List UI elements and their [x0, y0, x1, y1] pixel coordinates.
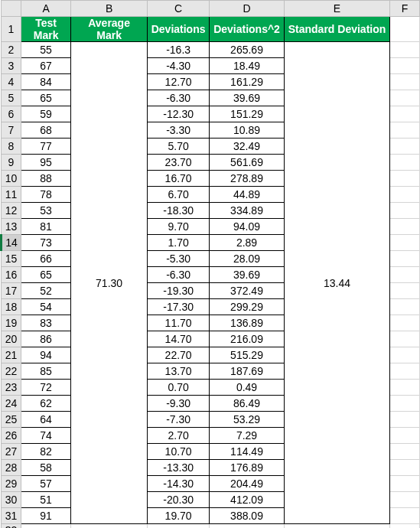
cell[interactable] [390, 17, 420, 42]
cell-deviation[interactable]: -16.3 [147, 42, 209, 58]
cell-deviation-sq[interactable]: 278.89 [210, 171, 285, 187]
cell-deviation[interactable]: -6.30 [147, 267, 209, 283]
row-header[interactable]: 31 [2, 508, 21, 524]
cell-test-mark[interactable]: 78 [21, 187, 71, 203]
cell-deviation-sq[interactable]: 86.49 [210, 396, 285, 412]
cell[interactable] [71, 524, 148, 529]
cell-test-mark[interactable]: 52 [21, 283, 71, 299]
row-header[interactable]: 28 [2, 460, 21, 476]
header-cell-d[interactable]: Deviations^2 [210, 17, 285, 42]
cell-deviation-sq[interactable]: 216.09 [210, 331, 285, 347]
cell[interactable] [390, 122, 420, 139]
cell-deviation-sq[interactable]: 39.69 [210, 90, 285, 106]
cell-deviation[interactable]: 2.70 [147, 428, 209, 444]
cell-deviation-sq[interactable]: 136.89 [210, 315, 285, 331]
cell[interactable] [390, 74, 420, 90]
row-header[interactable]: 22 [2, 363, 21, 380]
cell[interactable] [390, 428, 420, 444]
cell-test-mark[interactable]: 67 [21, 58, 71, 74]
cell[interactable] [390, 235, 420, 251]
cell-deviation-sq[interactable]: 515.29 [210, 347, 285, 363]
row-header[interactable]: 9 [2, 155, 21, 171]
cell-deviation-sq[interactable]: 265.69 [210, 42, 285, 58]
cell-deviation[interactable]: 16.70 [147, 171, 209, 187]
cell-deviation[interactable]: -12.30 [147, 106, 209, 122]
cell-deviation[interactable]: 11.70 [147, 315, 209, 331]
cell[interactable] [390, 315, 420, 331]
row-header[interactable]: 14 [2, 235, 21, 251]
cell-deviation-sq[interactable]: 151.29 [210, 106, 285, 122]
col-header-c[interactable]: C [147, 1, 209, 17]
cell-deviation-sq[interactable]: 334.89 [210, 203, 285, 219]
cell[interactable] [21, 524, 71, 529]
cell-deviation[interactable]: 19.70 [147, 508, 209, 524]
cell-deviation-sq[interactable]: 187.69 [210, 363, 285, 380]
cell-deviation-sq[interactable]: 204.49 [210, 476, 285, 492]
row-header[interactable]: 15 [2, 251, 21, 267]
row-header[interactable]: 25 [2, 412, 21, 428]
cell-deviation-sq[interactable]: 7.29 [210, 428, 285, 444]
row-header[interactable]: 20 [2, 331, 21, 347]
cell[interactable] [390, 139, 420, 155]
cell-deviation[interactable]: -14.30 [147, 476, 209, 492]
spreadsheet-grid[interactable]: A B C D E F 1Test MarkAverage MarkDeviat… [0, 0, 420, 528]
cell-test-mark[interactable]: 82 [21, 444, 71, 460]
row-header[interactable]: 27 [2, 444, 21, 460]
cell-deviation[interactable]: 23.70 [147, 155, 209, 171]
cell[interactable] [390, 460, 420, 476]
cell-deviation[interactable]: 5.70 [147, 139, 209, 155]
cell-test-mark[interactable]: 66 [21, 251, 71, 267]
cell-test-mark[interactable]: 81 [21, 219, 71, 235]
cell-test-mark[interactable]: 51 [21, 492, 71, 508]
cell-test-mark[interactable]: 64 [21, 412, 71, 428]
cell[interactable] [390, 90, 420, 106]
cell-deviation[interactable]: 14.70 [147, 331, 209, 347]
cell[interactable] [390, 363, 420, 380]
cell-deviation-sq[interactable]: 114.49 [210, 444, 285, 460]
cell[interactable] [147, 524, 209, 529]
col-header-f[interactable]: F [390, 1, 420, 17]
cell-deviation[interactable]: 12.70 [147, 74, 209, 90]
cell-deviation[interactable]: -17.30 [147, 299, 209, 315]
row-header[interactable]: 8 [2, 139, 21, 155]
cell-test-mark[interactable]: 84 [21, 74, 71, 90]
col-header-e[interactable]: E [284, 1, 389, 17]
cell-test-mark[interactable]: 88 [21, 171, 71, 187]
row-header[interactable]: 4 [2, 74, 21, 90]
cell-test-mark[interactable]: 73 [21, 235, 71, 251]
cell[interactable] [390, 58, 420, 74]
col-header-b[interactable]: B [71, 1, 148, 17]
col-header-d[interactable]: D [210, 1, 285, 17]
cell-deviation[interactable]: -9.30 [147, 396, 209, 412]
cell-test-mark[interactable]: 55 [21, 42, 71, 58]
row-header[interactable]: 13 [2, 219, 21, 235]
cell-deviation[interactable]: 6.70 [147, 187, 209, 203]
row-header[interactable]: 5 [2, 90, 21, 106]
cell[interactable] [390, 187, 420, 203]
cell[interactable] [390, 155, 420, 171]
cell-deviation-sq[interactable]: 561.69 [210, 155, 285, 171]
row-header[interactable]: 32 [2, 524, 21, 529]
cell-test-mark[interactable]: 94 [21, 347, 71, 363]
cell[interactable] [210, 524, 285, 529]
cell-deviation[interactable]: 1.70 [147, 235, 209, 251]
cell[interactable] [390, 524, 420, 529]
cell[interactable] [284, 524, 389, 529]
cell-deviation[interactable]: 0.70 [147, 380, 209, 396]
row-header[interactable]: 30 [2, 492, 21, 508]
header-cell-b[interactable]: Average Mark [71, 17, 148, 42]
cell-deviation[interactable]: 13.70 [147, 363, 209, 380]
cell[interactable] [390, 171, 420, 187]
cell-test-mark[interactable]: 53 [21, 203, 71, 219]
cell[interactable] [390, 412, 420, 428]
cell-test-mark[interactable]: 72 [21, 380, 71, 396]
cell[interactable] [390, 508, 420, 524]
cell-test-mark[interactable]: 86 [21, 331, 71, 347]
row-header[interactable]: 3 [2, 58, 21, 74]
cell-test-mark[interactable]: 83 [21, 315, 71, 331]
cell-deviation-sq[interactable]: 10.89 [210, 122, 285, 139]
cell[interactable] [390, 299, 420, 315]
cell-test-mark[interactable]: 54 [21, 299, 71, 315]
cell-deviation-sq[interactable]: 176.89 [210, 460, 285, 476]
cell[interactable] [390, 42, 420, 58]
